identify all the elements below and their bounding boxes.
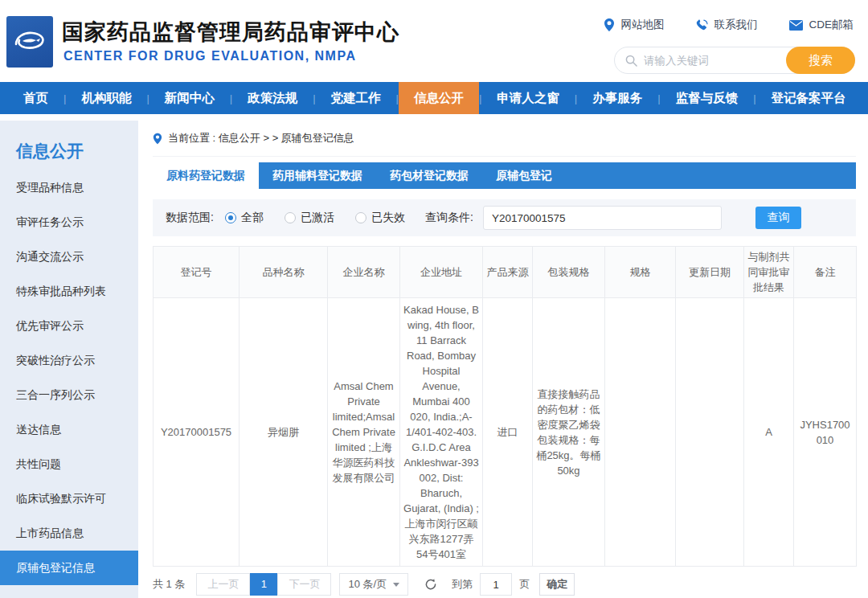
breadcrumb-text: 当前位置 : 信息公开 > > 原辅包登记信息 bbox=[168, 131, 354, 145]
page-unit-label: 页 bbox=[519, 577, 530, 592]
tab-api-registration-data[interactable]: 原料药登记数据 bbox=[153, 162, 259, 189]
nav-item-policy[interactable]: 政策法规 bbox=[232, 82, 313, 114]
tab-raw-aux-pack-registration[interactable]: 原辅包登记 bbox=[482, 162, 566, 189]
nav-item-home[interactable]: 首页 bbox=[8, 82, 63, 114]
prev-page-button[interactable]: 上一页 bbox=[196, 573, 250, 596]
phone-icon bbox=[696, 19, 708, 31]
header-source: 产品来源 bbox=[483, 247, 533, 298]
page-size-select[interactable]: 10 条/页 bbox=[339, 573, 408, 596]
radio-all[interactable]: 全部 bbox=[225, 211, 264, 225]
data-scope-radio-group: 全部 已激活 已失效 bbox=[225, 211, 405, 225]
nav-item-info-disclosure[interactable]: 信息公开 bbox=[399, 82, 479, 114]
sidebar-item-common-issues[interactable]: 共性问题 bbox=[0, 447, 138, 481]
site-search-button[interactable]: 搜索 bbox=[786, 47, 855, 74]
cell-update-date bbox=[676, 298, 744, 567]
goto-page-label: 到第 bbox=[452, 577, 473, 592]
sitemap-label: 网站地图 bbox=[620, 18, 664, 32]
query-condition-label: 查询条件: bbox=[425, 211, 473, 225]
confirm-page-button[interactable]: 确定 bbox=[539, 573, 575, 596]
cell-product-name: 异烟肼 bbox=[240, 298, 328, 567]
nav-item-registration-platform[interactable]: 登记备案平台 bbox=[756, 82, 862, 114]
sidebar-item-delivery-info[interactable]: 送达信息 bbox=[0, 412, 138, 447]
location-pin-icon bbox=[153, 133, 162, 145]
site-search: 搜索 bbox=[614, 47, 855, 74]
sidebar-item-breakthrough-therapy[interactable]: 突破性治疗公示 bbox=[0, 343, 138, 378]
cell-source: 进口 bbox=[483, 298, 533, 567]
contact-label: 联系我们 bbox=[714, 18, 757, 32]
goto-page-input[interactable] bbox=[480, 573, 512, 596]
next-page-button[interactable]: 下一页 bbox=[277, 573, 331, 596]
query-condition-input[interactable] bbox=[483, 206, 722, 230]
page-header: 国家药品监督管理局药品审评中心 CENTER FOR DRUG EVALUATI… bbox=[0, 0, 868, 82]
header-product-name: 品种名称 bbox=[240, 247, 328, 298]
cell-spec bbox=[605, 298, 676, 567]
nav-item-supervision[interactable]: 监督与反馈 bbox=[661, 82, 754, 114]
sidebar-item-accepted-products[interactable]: 受理品种信息 bbox=[0, 170, 138, 205]
radio-all-label: 全部 bbox=[241, 211, 264, 225]
tab-excipient-registration-data[interactable]: 药用辅料登记数据 bbox=[259, 162, 376, 189]
radio-expired-control[interactable] bbox=[355, 212, 366, 223]
cell-reg-no: Y20170001575 bbox=[154, 298, 240, 567]
cell-company-address: Kakad House, B wing, 4th floor, 11 Barra… bbox=[400, 298, 483, 567]
sitemap-link[interactable]: 网站地图 bbox=[604, 18, 664, 32]
tab-packaging-registration-data[interactable]: 药包材登记数据 bbox=[376, 162, 482, 189]
top-links: 网站地图 联系我们 CDE邮箱 bbox=[604, 18, 854, 32]
refresh-icon bbox=[424, 578, 437, 591]
mailbox-link[interactable]: CDE邮箱 bbox=[789, 18, 854, 32]
sidebar-item-clinical-trial-license[interactable]: 临床试验默示许可 bbox=[0, 481, 138, 516]
nav-item-news[interactable]: 新闻中心 bbox=[149, 82, 230, 114]
breadcrumb: 当前位置 : 信息公开 > > 原辅包登记信息 bbox=[153, 121, 856, 157]
page-size-value: 10 条/页 bbox=[348, 574, 387, 595]
main-nav: 首页 | 机构职能 | 新闻中心 | 政策法规 | 党建工作 | 信息公开 | … bbox=[0, 82, 868, 114]
site-search-input[interactable] bbox=[637, 55, 786, 67]
site-title: 国家药品监督管理局药品审评中心 bbox=[62, 18, 399, 47]
sidebar-item-special-approval[interactable]: 特殊审批品种列表 bbox=[0, 274, 138, 309]
current-page-button[interactable]: 1 bbox=[250, 573, 277, 596]
sidebar-item-review-tasks[interactable]: 审评任务公示 bbox=[0, 205, 138, 240]
header-packaging: 包装规格 bbox=[533, 247, 605, 298]
search-icon bbox=[625, 55, 637, 67]
radio-activated[interactable]: 已激活 bbox=[285, 211, 334, 225]
header-company-address: 企业地址 bbox=[400, 247, 483, 298]
mailbox-label: CDE邮箱 bbox=[809, 18, 854, 32]
header-update-date: 更新日期 bbox=[676, 247, 744, 298]
sidebar-item-raw-aux-pack-registration[interactable]: 原辅包登记信息 bbox=[0, 551, 138, 585]
mail-icon bbox=[789, 20, 803, 31]
radio-expired-label: 已失效 bbox=[371, 211, 405, 225]
header-approval-result: 与制剂共同审批审批结果 bbox=[744, 247, 794, 298]
radio-all-control[interactable] bbox=[225, 212, 236, 223]
cde-logo-icon bbox=[11, 23, 48, 60]
cde-logo bbox=[6, 16, 53, 68]
nav-item-party[interactable]: 党建工作 bbox=[316, 82, 396, 114]
header-reg-no: 登记号 bbox=[154, 247, 240, 298]
sidebar-item-communication[interactable]: 沟通交流公示 bbox=[0, 240, 138, 274]
chevron-down-icon bbox=[393, 583, 399, 587]
location-pin-icon bbox=[604, 18, 615, 31]
contact-link[interactable]: 联系我们 bbox=[696, 18, 757, 32]
header-company-name: 企业名称 bbox=[328, 247, 400, 298]
pagination-total: 共 1 条 bbox=[153, 577, 185, 592]
sidebar: 信息公开 受理品种信息 审评任务公示 沟通交流公示 特殊审批品种列表 优先审评公… bbox=[0, 121, 138, 598]
sidebar-item-priority-review[interactable]: 优先审评公示 bbox=[0, 309, 138, 343]
filter-bar: 数据范围: 全部 已激活 已失效 查询条件: 查询 bbox=[153, 199, 856, 236]
registration-data-table: 登记号 品种名称 企业名称 企业地址 产品来源 包装规格 规格 更新日期 与制剂… bbox=[153, 246, 857, 567]
query-button[interactable]: 查询 bbox=[755, 207, 801, 229]
radio-expired[interactable]: 已失效 bbox=[355, 211, 405, 225]
nav-item-functions[interactable]: 机构职能 bbox=[66, 82, 146, 114]
radio-activated-control[interactable] bbox=[285, 212, 296, 223]
nav-item-services[interactable]: 办事服务 bbox=[577, 82, 657, 114]
pagination: 共 1 条 上一页 1 下一页 10 条/页 到第 页 确定 bbox=[153, 573, 856, 596]
sidebar-item-marketed-drugs[interactable]: 上市药品信息 bbox=[0, 516, 138, 551]
data-scope-label: 数据范围: bbox=[166, 211, 214, 225]
main-area: 信息公开 受理品种信息 审评任务公示 沟通交流公示 特殊审批品种列表 优先审评公… bbox=[0, 114, 868, 598]
nav-item-applicant[interactable]: 申请人之窗 bbox=[481, 82, 575, 114]
header-spec: 规格 bbox=[605, 247, 676, 298]
header-remark: 备注 bbox=[794, 247, 857, 298]
refresh-button[interactable] bbox=[424, 578, 437, 591]
site-subtitle: CENTER FOR DRUG EVALUATION, NMPA bbox=[63, 49, 356, 63]
sidebar-item-three-in-one[interactable]: 三合一序列公示 bbox=[0, 378, 138, 412]
table-row: Y20170001575 异烟肼 Amsal Chem Private limi… bbox=[154, 298, 857, 567]
cell-packaging: 直接接触药品的药包材：低密度聚乙烯袋 包装规格：每桶25kg。每桶50kg bbox=[533, 298, 605, 567]
sidebar-title: 信息公开 bbox=[0, 121, 138, 170]
cell-approval-result: A bbox=[744, 298, 794, 567]
